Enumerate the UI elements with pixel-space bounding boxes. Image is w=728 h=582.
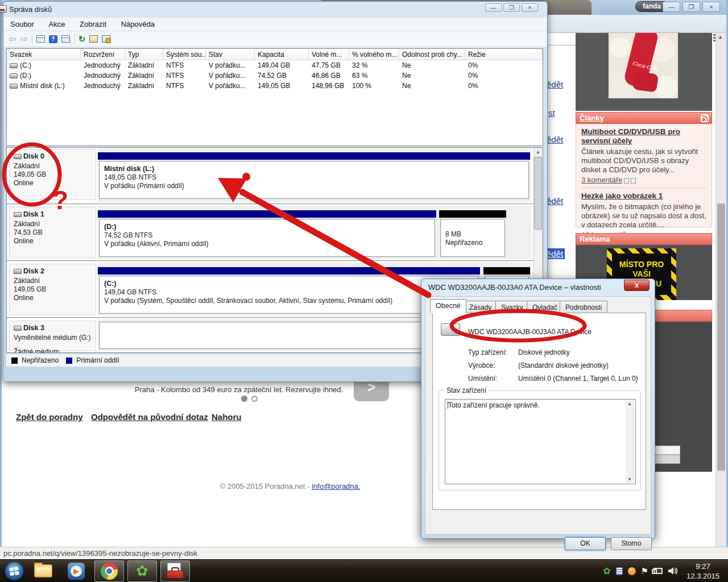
disk3-label[interactable]: Disk 3 Vyměnitelné médium (G:) Žádné méd…: [9, 321, 96, 351]
link-fragment[interactable]: st: [548, 108, 555, 118]
taskbar-chrome-button[interactable]: [94, 560, 124, 582]
scrollbar-thumb[interactable]: [534, 157, 542, 230]
system-tray: ✿ ⚑ 9:27 12.3.2015: [603, 562, 728, 581]
close-icon[interactable]: ×: [702, 2, 720, 12]
column-header[interactable]: Odolnost proti chy...: [399, 49, 465, 60]
rss-icon[interactable]: [701, 114, 709, 122]
device-properties-dialog: WDC WD3200AAJB-00J3A0 ATA Device – vlast…: [421, 278, 655, 539]
to-top-link[interactable]: Nahoru: [212, 412, 242, 422]
link-fragment[interactable]: ědět: [547, 135, 563, 144]
column-header[interactable]: Svazek: [7, 49, 81, 60]
taskbar-explorer-button[interactable]: [28, 560, 58, 582]
tray-volume-icon[interactable]: [668, 567, 677, 575]
column-header[interactable]: % volného m...: [349, 49, 399, 60]
articles-header-link[interactable]: Články: [580, 114, 604, 122]
tray-network-icon[interactable]: [653, 568, 663, 574]
list-view-icon[interactable]: [36, 35, 45, 43]
help-icon[interactable]: ?: [49, 35, 57, 43]
back-icon[interactable]: ⇦: [9, 35, 16, 44]
settings-icon[interactable]: [102, 35, 110, 43]
menu-zobrazit[interactable]: Zobrazit: [73, 18, 113, 31]
footer-email-link[interactable]: info@poradna.: [312, 482, 360, 490]
cancel-button[interactable]: Storno: [611, 537, 652, 550]
scrollbar-thumb[interactable]: [717, 203, 725, 471]
media-player-icon: ▶: [68, 563, 85, 580]
ad-carousel-text[interactable]: Praha - Kolombo od 349 euro za zpáteční …: [102, 385, 375, 394]
restore-icon[interactable]: ❐: [682, 2, 700, 12]
scroll-up-icon[interactable]: ▲: [718, 34, 723, 40]
tab-svazky[interactable]: Svazky: [495, 301, 529, 313]
menu-soubor[interactable]: Soubor: [4, 18, 40, 31]
scroll-up-icon[interactable]: ▲: [627, 401, 632, 406]
browser-scrollbar[interactable]: ▲: [715, 33, 726, 547]
article-link[interactable]: Multiboot CD/DVD/USB pro servisní účely: [581, 127, 706, 146]
disk-icon: [14, 269, 22, 274]
scroll-up-icon[interactable]: ▲: [536, 149, 540, 155]
tray-avast-icon[interactable]: [628, 567, 636, 575]
column-header[interactable]: Typ: [125, 49, 163, 60]
link-fragment-selected[interactable]: ědět: [545, 248, 565, 259]
articles-panel-body: Multiboot CD/DVD/USB pro servisní účely …: [576, 124, 712, 227]
toolbar: ⇦ ⇨ ? ↻: [4, 31, 547, 47]
minimize-icon[interactable]: —: [485, 3, 502, 12]
menu-akce[interactable]: Akce: [43, 18, 72, 31]
partition-d[interactable]: (D:) 74,52 GB NTFS V pořádku (Aktivní, P…: [98, 210, 436, 258]
status-url: pc.poradna.net/q/view/1396395-nezobrazuj…: [3, 549, 197, 558]
refresh-icon[interactable]: ↻: [78, 35, 86, 43]
table-row-volume[interactable]: (D:): [7, 70, 81, 81]
disk1-label[interactable]: Disk 1 Základní 74,53 GB Online: [9, 207, 96, 258]
removable-disk-icon: [14, 326, 22, 331]
link-fragment[interactable]: ědět: [547, 196, 563, 206]
article-link[interactable]: Hezké jako vobrázek 1: [581, 192, 706, 201]
icq-flower-icon: ✿: [136, 564, 148, 578]
tab-obecne[interactable]: Obecné: [430, 299, 466, 313]
maximize-icon[interactable]: ❐: [503, 3, 520, 12]
taskbar-clock[interactable]: 9:27 12.3.2015: [682, 562, 723, 581]
close-icon[interactable]: x: [624, 280, 650, 291]
sidebar-form-button[interactable]: [651, 455, 680, 464]
back-to-forum-link[interactable]: Zpět do poradny: [16, 412, 83, 422]
tray-icq-icon[interactable]: ✿: [603, 567, 610, 576]
textbox-scrollbar[interactable]: ▲ ▼: [626, 400, 635, 483]
column-header[interactable]: Rozvržení: [81, 49, 125, 60]
tray-document-icon[interactable]: [616, 567, 623, 575]
device-status-textbox[interactable]: Toto zařízení pracuje správně. ▲ ▼: [445, 399, 636, 484]
column-header[interactable]: Režie: [465, 49, 543, 60]
start-button[interactable]: [3, 561, 25, 581]
carousel-dot[interactable]: [251, 396, 258, 402]
forward-icon[interactable]: ⇨: [20, 35, 27, 44]
toolbox-icon: [166, 563, 185, 580]
column-header[interactable]: Systém sou...: [163, 49, 206, 60]
graph-view-icon[interactable]: [61, 35, 70, 43]
properties-icon[interactable]: [89, 35, 98, 43]
column-header[interactable]: Stav: [206, 49, 255, 60]
tab-zasady[interactable]: Zásady: [464, 301, 497, 313]
disk-icon: [14, 212, 22, 217]
comments-link[interactable]: 3 komentáře: [581, 176, 622, 184]
taskbar-diskmgmt-button[interactable]: [160, 560, 190, 582]
legend-primary-swatch: [66, 357, 72, 364]
menu-napoveda[interactable]: Nápověda: [115, 18, 161, 31]
partition-l[interactable]: Místní disk (L:) 149,05 GB NTFS V pořádk…: [98, 152, 530, 200]
reply-link[interactable]: Odpovědět na původní dotaz: [91, 412, 208, 422]
taskbar: ▶ ✿ ✿ ⚑ 9:27 12.3.2015: [0, 559, 728, 582]
disk0-label[interactable]: Disk 0 Základní 149,05 GB Online: [9, 149, 96, 200]
tab-podrobnosti[interactable]: Podrobnosti: [560, 301, 607, 313]
table-row-volume[interactable]: (C:): [7, 60, 81, 70]
scroll-down-icon[interactable]: ▼: [627, 477, 632, 482]
column-header[interactable]: Kapacita: [255, 49, 309, 60]
tab-ovladac[interactable]: Ovladač: [527, 301, 563, 313]
taskbar-mediaplayer-button[interactable]: ▶: [61, 560, 91, 582]
minimize-icon[interactable]: —: [663, 2, 680, 12]
taskbar-icq-button[interactable]: ✿: [127, 560, 157, 582]
ok-button[interactable]: OK: [565, 537, 606, 550]
tray-action-center-icon[interactable]: ⚑: [641, 567, 648, 575]
carousel-dot-active[interactable]: [241, 396, 247, 402]
close-icon[interactable]: ×: [522, 3, 538, 12]
table-row-volume[interactable]: Místní disk (L:): [7, 81, 81, 91]
column-header[interactable]: Volné m...: [309, 49, 349, 60]
volume-table: Svazek Rozvržení Typ Systém sou... Stav …: [6, 48, 543, 146]
link-fragment[interactable]: ědět: [547, 80, 563, 89]
disk2-label[interactable]: Disk 2 Základní 149,05 GB Online: [9, 264, 96, 315]
unallocated-space[interactable]: 8 MB Nepřiřazeno: [439, 210, 506, 258]
